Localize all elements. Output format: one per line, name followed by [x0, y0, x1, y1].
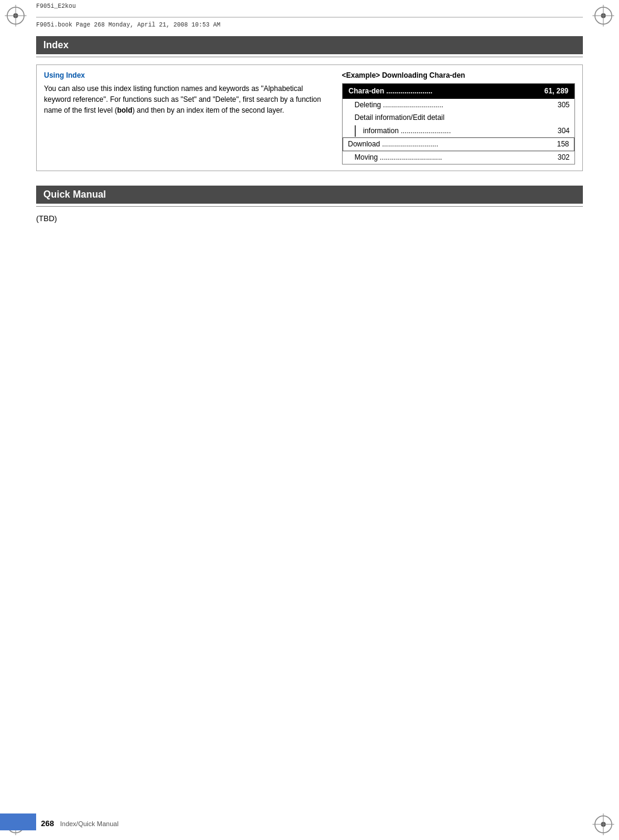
- index-divider: [36, 57, 583, 57]
- index-example-box: Chara-den ....................... 61, 28…: [342, 83, 575, 165]
- index-row-chara-den: Chara-den ....................... 61, 28…: [343, 84, 574, 99]
- detail-number: [546, 112, 570, 124]
- deleting-number: 305: [546, 99, 570, 111]
- quick-manual-divider: [36, 206, 583, 207]
- chara-den-label: Chara-den .......................: [349, 86, 544, 97]
- main-content: Index Using Index You can also use this …: [36, 36, 583, 804]
- index-row-deleting: Deleting .............................. …: [343, 99, 574, 111]
- information-number: 304: [546, 125, 570, 137]
- moving-number: 302: [546, 152, 570, 163]
- using-index-container: Using Index You can also use this index …: [36, 64, 583, 171]
- using-index-title: Using Index: [44, 71, 324, 80]
- footer-color-block: [0, 813, 36, 830]
- footer: 268 Index/Quick Manual: [41, 819, 119, 828]
- index-row-detail: Detail information/Edit detail: [343, 111, 574, 124]
- quick-manual-section: Quick Manual (TBD): [36, 186, 583, 223]
- example-title: <Example> Downloading Chara-den: [342, 71, 575, 80]
- quick-manual-heading: Quick Manual: [36, 186, 583, 204]
- index-row-moving: Moving ............................... 3…: [343, 151, 574, 164]
- index-heading: Index: [36, 36, 583, 54]
- index-section: Index Using Index You can also use this …: [36, 36, 583, 171]
- index-row-information: information ......................... 30…: [343, 125, 574, 137]
- detail-label: Detail information/Edit detail: [355, 112, 546, 124]
- page-header: F905i_E2kou: [0, 0, 619, 12]
- using-index-right: <Example> Downloading Chara-den Chara-de…: [342, 71, 575, 165]
- tbd-text: (TBD): [36, 214, 583, 223]
- moving-label: Moving ...............................: [355, 152, 546, 163]
- download-number: 158: [545, 139, 569, 150]
- using-index-body: You can also use this index listing func…: [44, 83, 324, 116]
- index-row-download: Download ............................ 15…: [343, 137, 574, 151]
- file-info-text: F905i.book Page 268 Monday, April 21, 20…: [36, 22, 220, 28]
- corner-mark-br: [590, 811, 617, 838]
- download-label: Download ............................: [348, 139, 545, 150]
- page-title-header: F905i_E2kou: [36, 3, 76, 10]
- deleting-label: Deleting ..............................: [355, 99, 546, 111]
- information-label: information .........................: [355, 125, 546, 137]
- page-number: 268: [41, 819, 54, 828]
- chara-den-numbers: 61, 289: [544, 86, 568, 97]
- file-info-line: F905i.book Page 268 Monday, April 21, 20…: [36, 17, 583, 28]
- bold-word: bold: [117, 106, 132, 114]
- footer-section-label: Index/Quick Manual: [60, 820, 119, 827]
- using-index-left: Using Index You can also use this index …: [44, 71, 324, 165]
